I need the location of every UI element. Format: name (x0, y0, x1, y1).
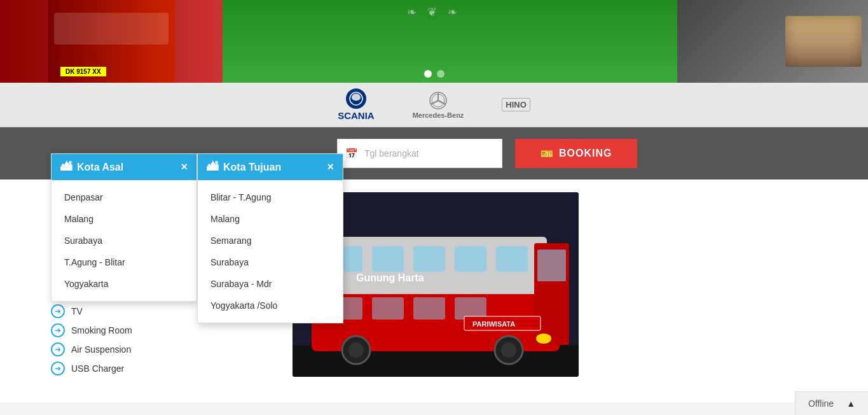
svg-rect-17 (413, 297, 445, 320)
kota-tujuan-panel: 🏙 Kota Tujuan × Blitar - T.Agung Malang … (197, 153, 343, 323)
hero-left-image: DK 9157 XX (0, 0, 223, 83)
booking-button[interactable]: 🎫 BOOKING (515, 139, 637, 168)
kota-asal-title: Kota Asal (77, 162, 123, 173)
feature-label-usb: USB Charger (71, 363, 124, 374)
scania-label: SCANIA (338, 110, 375, 121)
svg-point-28 (501, 342, 516, 358)
hino-icon: HINO (502, 98, 530, 111)
svg-rect-12 (413, 246, 445, 272)
kota-asal-item-malang[interactable]: Malang (52, 208, 196, 230)
svg-text:Gunung Harta: Gunung Harta (356, 272, 424, 283)
calendar-icon: 📅 (345, 148, 358, 160)
booking-label: BOOKING (559, 148, 612, 159)
booking-bar: 🏙 Kota Asal × Denpasar Malang Surabaya T… (0, 127, 868, 179)
feature-arrow-icon-7: ➜ (51, 362, 65, 376)
kota-tujuan-item-semarang[interactable]: Semarang (198, 230, 343, 251)
svg-rect-16 (372, 297, 404, 320)
city-tujuan-icon: 🏙 (207, 160, 218, 174)
svg-rect-14 (496, 246, 528, 272)
kota-asal-close-button[interactable]: × (181, 160, 188, 174)
city-icon: 🏙 (60, 160, 72, 174)
date-field[interactable]: 📅 Tgl berangkat (337, 139, 502, 168)
scania-icon (346, 88, 366, 109)
kota-asal-item-surabaya[interactable]: Surabaya (52, 230, 196, 251)
kota-tujuan-item-blitar[interactable]: Blitar - T.Agung (198, 186, 343, 208)
brand-mercedes: Mercedes-Benz (413, 91, 464, 119)
kota-tujuan-close-button[interactable]: × (327, 160, 334, 174)
brand-scania: SCANIA (338, 88, 375, 121)
date-placeholder: Tgl berangkat (364, 148, 419, 158)
kota-asal-item-denpasar[interactable]: Denpasar (52, 186, 196, 208)
feature-label-smoking: Smoking Room (71, 325, 132, 335)
feature-arrow-icon-4: ➜ (51, 304, 65, 318)
offline-label: Offline (808, 398, 834, 402)
feature-item-air-suspension: ➜ Air Suspension (51, 342, 273, 356)
hero-banner: DK 9157 XX ❧ ❦ ❧ (0, 0, 868, 83)
kota-asal-panel: 🏙 Kota Asal × Denpasar Malang Surabaya T… (51, 153, 197, 302)
mercedes-star-icon (429, 91, 448, 110)
bus-image-section: Gunung Harta PARIWISATA (293, 192, 817, 390)
hero-dot-1[interactable] (424, 70, 432, 78)
kota-tujuan-header: 🏙 Kota Tujuan × (198, 154, 343, 180)
offline-badge: Offline ▲ (795, 391, 868, 402)
kota-asal-items: Denpasar Malang Surabaya T.Agung - Blita… (52, 180, 196, 301)
kota-tujuan-item-malang[interactable]: Malang (198, 208, 343, 230)
kota-asal-item-tagung[interactable]: T.Agung - Blitar (52, 251, 196, 273)
mercedes-label: Mercedes-Benz (413, 111, 464, 119)
feature-arrow-icon-5: ➜ (51, 323, 65, 337)
kota-tujuan-item-surabaya-mdr[interactable]: Surabaya - Mdr (198, 273, 343, 295)
feature-arrow-icon-6: ➜ (51, 342, 65, 356)
svg-point-26 (348, 342, 364, 358)
feature-label-4: TV (71, 306, 83, 316)
feature-item-smoking: ➜ Smoking Room (51, 323, 273, 337)
feature-item-usb: ➜ USB Charger (51, 362, 273, 376)
kota-asal-header: 🏙 Kota Asal × (52, 154, 196, 180)
brand-hino: HINO (502, 98, 530, 111)
feature-label-air-suspension: Air Suspension (71, 344, 131, 355)
hero-dot-2[interactable] (437, 70, 444, 78)
svg-text:PARIWISATA: PARIWISATA (472, 320, 515, 328)
booking-icon: 🎫 (541, 148, 554, 160)
kota-tujuan-item-surabaya[interactable]: Surabaya (198, 251, 343, 273)
hero-ornament: ❧ ❦ ❧ (407, 5, 461, 19)
date-input-container: 📅 Tgl berangkat (337, 139, 502, 168)
hero-dots (424, 70, 444, 78)
kota-tujuan-title: Kota Tujuan (223, 162, 281, 173)
svg-rect-11 (372, 246, 404, 272)
svg-rect-20 (537, 250, 566, 281)
svg-point-21 (536, 334, 551, 344)
hero-right-image (677, 0, 868, 83)
kota-tujuan-item-yogyakarta-solo[interactable]: Yogyakarta /Solo (198, 295, 343, 316)
brands-bar: SCANIA Mercedes-Benz HINO (0, 83, 868, 127)
kota-asal-item-yogyakarta[interactable]: Yogyakarta (52, 273, 196, 295)
offline-chevron-icon[interactable]: ▲ (846, 398, 855, 402)
kota-tujuan-items: Blitar - T.Agung Malang Semarang Surabay… (198, 180, 343, 323)
svg-rect-13 (455, 246, 486, 272)
